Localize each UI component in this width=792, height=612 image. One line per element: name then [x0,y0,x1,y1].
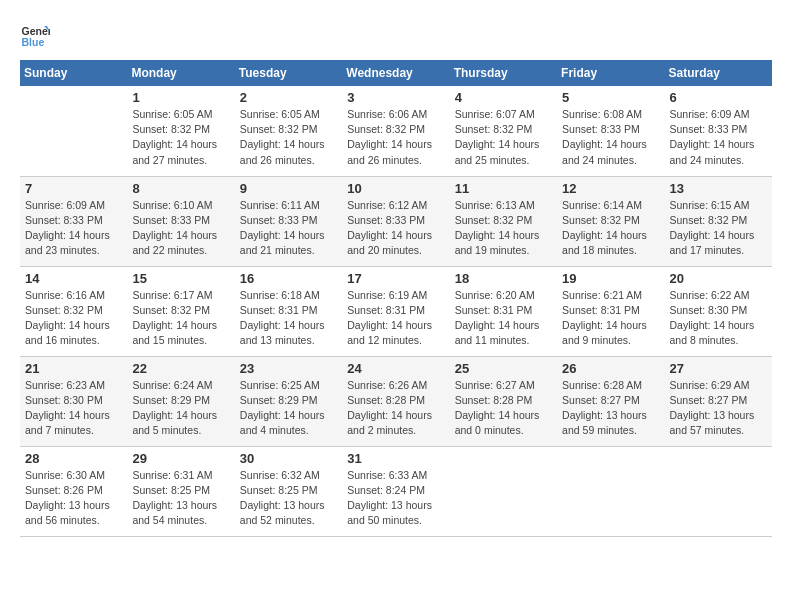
calendar-cell: 30Sunrise: 6:32 AMSunset: 8:25 PMDayligh… [235,446,342,536]
logo: General Blue [20,20,54,50]
day-number: 27 [670,361,767,376]
header-day-sunday: Sunday [20,60,127,86]
day-number: 6 [670,90,767,105]
day-number: 3 [347,90,444,105]
calendar-cell: 31Sunrise: 6:33 AMSunset: 8:24 PMDayligh… [342,446,449,536]
calendar-cell: 10Sunrise: 6:12 AMSunset: 8:33 PMDayligh… [342,176,449,266]
day-number: 1 [132,90,229,105]
calendar-cell: 14Sunrise: 6:16 AMSunset: 8:32 PMDayligh… [20,266,127,356]
header-day-wednesday: Wednesday [342,60,449,86]
calendar-cell: 20Sunrise: 6:22 AMSunset: 8:30 PMDayligh… [665,266,772,356]
calendar-cell: 17Sunrise: 6:19 AMSunset: 8:31 PMDayligh… [342,266,449,356]
calendar-cell: 7Sunrise: 6:09 AMSunset: 8:33 PMDaylight… [20,176,127,266]
day-info: Sunrise: 6:26 AMSunset: 8:28 PMDaylight:… [347,378,444,439]
header-day-friday: Friday [557,60,664,86]
day-number: 25 [455,361,552,376]
day-number: 14 [25,271,122,286]
day-info: Sunrise: 6:31 AMSunset: 8:25 PMDaylight:… [132,468,229,529]
svg-text:Blue: Blue [22,36,45,48]
day-info: Sunrise: 6:11 AMSunset: 8:33 PMDaylight:… [240,198,337,259]
calendar-cell: 4Sunrise: 6:07 AMSunset: 8:32 PMDaylight… [450,86,557,176]
day-info: Sunrise: 6:10 AMSunset: 8:33 PMDaylight:… [132,198,229,259]
day-number: 20 [670,271,767,286]
calendar-cell: 27Sunrise: 6:29 AMSunset: 8:27 PMDayligh… [665,356,772,446]
header-day-tuesday: Tuesday [235,60,342,86]
calendar-cell: 11Sunrise: 6:13 AMSunset: 8:32 PMDayligh… [450,176,557,266]
day-number: 22 [132,361,229,376]
calendar-cell: 16Sunrise: 6:18 AMSunset: 8:31 PMDayligh… [235,266,342,356]
day-number: 9 [240,181,337,196]
day-info: Sunrise: 6:05 AMSunset: 8:32 PMDaylight:… [240,107,337,168]
day-info: Sunrise: 6:16 AMSunset: 8:32 PMDaylight:… [25,288,122,349]
day-info: Sunrise: 6:09 AMSunset: 8:33 PMDaylight:… [25,198,122,259]
day-number: 21 [25,361,122,376]
calendar-cell: 18Sunrise: 6:20 AMSunset: 8:31 PMDayligh… [450,266,557,356]
day-number: 4 [455,90,552,105]
day-info: Sunrise: 6:32 AMSunset: 8:25 PMDaylight:… [240,468,337,529]
calendar-cell [450,446,557,536]
day-info: Sunrise: 6:25 AMSunset: 8:29 PMDaylight:… [240,378,337,439]
day-number: 23 [240,361,337,376]
day-number: 19 [562,271,659,286]
calendar-cell: 22Sunrise: 6:24 AMSunset: 8:29 PMDayligh… [127,356,234,446]
day-info: Sunrise: 6:05 AMSunset: 8:32 PMDaylight:… [132,107,229,168]
day-number: 7 [25,181,122,196]
day-info: Sunrise: 6:30 AMSunset: 8:26 PMDaylight:… [25,468,122,529]
calendar-cell: 19Sunrise: 6:21 AMSunset: 8:31 PMDayligh… [557,266,664,356]
day-number: 12 [562,181,659,196]
day-number: 8 [132,181,229,196]
header-day-thursday: Thursday [450,60,557,86]
calendar-cell: 24Sunrise: 6:26 AMSunset: 8:28 PMDayligh… [342,356,449,446]
day-info: Sunrise: 6:20 AMSunset: 8:31 PMDaylight:… [455,288,552,349]
calendar-cell: 8Sunrise: 6:10 AMSunset: 8:33 PMDaylight… [127,176,234,266]
day-info: Sunrise: 6:33 AMSunset: 8:24 PMDaylight:… [347,468,444,529]
day-info: Sunrise: 6:06 AMSunset: 8:32 PMDaylight:… [347,107,444,168]
calendar-cell: 9Sunrise: 6:11 AMSunset: 8:33 PMDaylight… [235,176,342,266]
calendar-cell: 3Sunrise: 6:06 AMSunset: 8:32 PMDaylight… [342,86,449,176]
header-row: SundayMondayTuesdayWednesdayThursdayFrid… [20,60,772,86]
calendar-cell: 13Sunrise: 6:15 AMSunset: 8:32 PMDayligh… [665,176,772,266]
calendar-cell: 2Sunrise: 6:05 AMSunset: 8:32 PMDaylight… [235,86,342,176]
day-number: 16 [240,271,337,286]
calendar-cell: 23Sunrise: 6:25 AMSunset: 8:29 PMDayligh… [235,356,342,446]
week-row-1: 1Sunrise: 6:05 AMSunset: 8:32 PMDaylight… [20,86,772,176]
day-info: Sunrise: 6:23 AMSunset: 8:30 PMDaylight:… [25,378,122,439]
day-number: 31 [347,451,444,466]
day-number: 17 [347,271,444,286]
day-info: Sunrise: 6:27 AMSunset: 8:28 PMDaylight:… [455,378,552,439]
day-info: Sunrise: 6:14 AMSunset: 8:32 PMDaylight:… [562,198,659,259]
day-number: 26 [562,361,659,376]
calendar-cell: 5Sunrise: 6:08 AMSunset: 8:33 PMDaylight… [557,86,664,176]
calendar-cell: 12Sunrise: 6:14 AMSunset: 8:32 PMDayligh… [557,176,664,266]
calendar-cell: 29Sunrise: 6:31 AMSunset: 8:25 PMDayligh… [127,446,234,536]
day-info: Sunrise: 6:28 AMSunset: 8:27 PMDaylight:… [562,378,659,439]
day-number: 24 [347,361,444,376]
header-day-monday: Monday [127,60,234,86]
day-info: Sunrise: 6:12 AMSunset: 8:33 PMDaylight:… [347,198,444,259]
calendar-cell [665,446,772,536]
day-info: Sunrise: 6:15 AMSunset: 8:32 PMDaylight:… [670,198,767,259]
day-number: 18 [455,271,552,286]
week-row-2: 7Sunrise: 6:09 AMSunset: 8:33 PMDaylight… [20,176,772,266]
day-info: Sunrise: 6:29 AMSunset: 8:27 PMDaylight:… [670,378,767,439]
week-row-4: 21Sunrise: 6:23 AMSunset: 8:30 PMDayligh… [20,356,772,446]
day-info: Sunrise: 6:13 AMSunset: 8:32 PMDaylight:… [455,198,552,259]
day-info: Sunrise: 6:19 AMSunset: 8:31 PMDaylight:… [347,288,444,349]
calendar-table: SundayMondayTuesdayWednesdayThursdayFrid… [20,60,772,537]
day-number: 11 [455,181,552,196]
day-info: Sunrise: 6:08 AMSunset: 8:33 PMDaylight:… [562,107,659,168]
day-number: 30 [240,451,337,466]
header: General Blue [20,20,772,50]
calendar-cell: 15Sunrise: 6:17 AMSunset: 8:32 PMDayligh… [127,266,234,356]
week-row-3: 14Sunrise: 6:16 AMSunset: 8:32 PMDayligh… [20,266,772,356]
week-row-5: 28Sunrise: 6:30 AMSunset: 8:26 PMDayligh… [20,446,772,536]
logo-icon: General Blue [20,20,50,50]
header-day-saturday: Saturday [665,60,772,86]
day-info: Sunrise: 6:24 AMSunset: 8:29 PMDaylight:… [132,378,229,439]
calendar-cell [20,86,127,176]
calendar-cell: 1Sunrise: 6:05 AMSunset: 8:32 PMDaylight… [127,86,234,176]
day-info: Sunrise: 6:18 AMSunset: 8:31 PMDaylight:… [240,288,337,349]
day-number: 29 [132,451,229,466]
day-info: Sunrise: 6:22 AMSunset: 8:30 PMDaylight:… [670,288,767,349]
day-info: Sunrise: 6:21 AMSunset: 8:31 PMDaylight:… [562,288,659,349]
